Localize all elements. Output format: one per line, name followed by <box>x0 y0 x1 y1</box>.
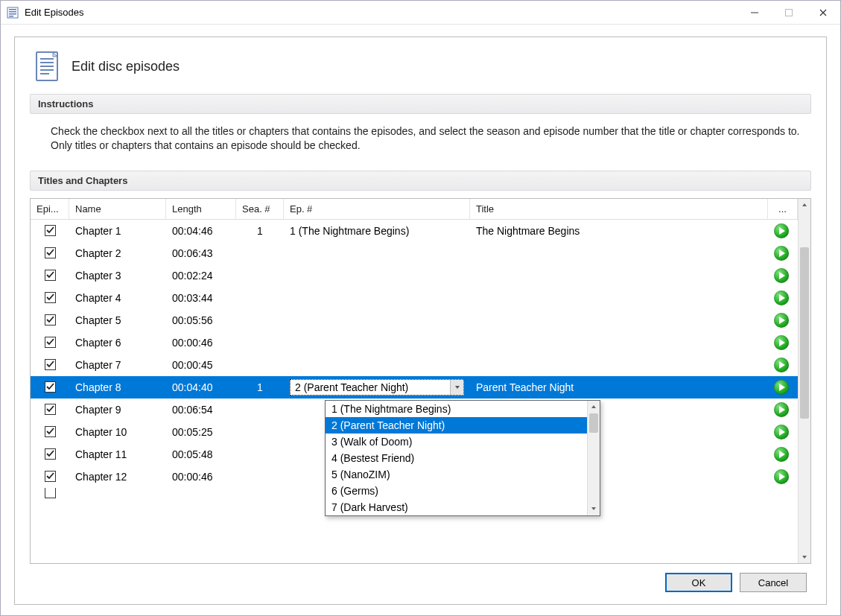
scroll-down-icon[interactable] <box>588 503 600 515</box>
season-number[interactable] <box>236 331 284 354</box>
episode-number-cell[interactable] <box>284 287 470 309</box>
dropdown-option[interactable]: 4 (Bestest Friend) <box>326 450 587 466</box>
chapter-length: 00:05:25 <box>166 421 236 443</box>
dropdown-option[interactable]: 5 (NanoZIM) <box>326 466 587 483</box>
chapter-length: 00:05:48 <box>166 443 236 466</box>
play-icon[interactable] <box>774 246 789 261</box>
table-row[interactable]: Chapter 500:05:56 <box>31 309 798 331</box>
dropdown-scrollbar[interactable] <box>587 401 600 515</box>
chevron-down-icon[interactable] <box>450 380 463 395</box>
episode-checkbox[interactable] <box>45 359 56 370</box>
dialog-footer: OK Cancel <box>30 564 811 594</box>
scroll-thumb[interactable] <box>589 413 598 433</box>
season-number[interactable]: 1 <box>236 376 284 399</box>
dropdown-option[interactable]: 3 (Walk of Doom) <box>326 434 587 450</box>
table-row[interactable]: Chapter 600:00:46 <box>31 331 798 354</box>
minimize-button[interactable] <box>737 1 772 24</box>
play-icon[interactable] <box>774 402 789 417</box>
table-row[interactable]: Chapter 200:06:43 <box>31 242 798 264</box>
play-icon[interactable] <box>774 425 789 439</box>
svg-rect-10 <box>40 66 54 67</box>
scroll-up-icon[interactable] <box>588 401 600 413</box>
table-row[interactable]: Chapter 400:03:44 <box>31 287 798 309</box>
svg-rect-1 <box>9 9 16 10</box>
episode-title <box>470 287 768 309</box>
chapter-length: 00:04:40 <box>166 376 236 399</box>
episode-checkbox[interactable] <box>45 270 56 281</box>
vertical-scrollbar[interactable] <box>798 199 810 563</box>
episode-checkbox[interactable] <box>45 426 56 437</box>
episode-number-cell[interactable] <box>284 242 470 264</box>
season-number[interactable] <box>236 242 284 264</box>
episode-combobox[interactable]: 2 (Parent Teacher Night) <box>290 379 464 396</box>
season-number[interactable]: 1 <box>236 220 284 242</box>
ok-button[interactable]: OK <box>665 573 732 592</box>
episode-dropdown[interactable]: 1 (The Nightmare Begins)2 (Parent Teache… <box>325 400 600 516</box>
season-number[interactable] <box>236 354 284 376</box>
season-number[interactable] <box>236 443 284 466</box>
episode-checkbox[interactable] <box>45 381 56 393</box>
season-number[interactable] <box>236 264 284 287</box>
episode-checkbox[interactable] <box>45 471 56 482</box>
chapter-length: 00:05:56 <box>166 309 236 331</box>
col-play[interactable]: ... <box>768 199 798 219</box>
maximize-button <box>772 1 806 24</box>
season-number[interactable] <box>236 399 284 421</box>
season-number[interactable] <box>236 421 284 443</box>
scroll-thumb[interactable] <box>800 247 809 419</box>
dropdown-option[interactable]: 7 (Dark Harvest) <box>326 499 587 515</box>
season-number[interactable] <box>236 287 284 309</box>
season-number[interactable] <box>236 309 284 331</box>
chapter-name: Chapter 4 <box>69 287 166 309</box>
close-button[interactable] <box>806 1 840 24</box>
cancel-button[interactable]: Cancel <box>740 573 807 592</box>
episode-checkbox[interactable] <box>45 247 56 258</box>
episode-checkbox[interactable] <box>45 448 56 460</box>
dropdown-option[interactable]: 1 (The Nightmare Begins) <box>326 401 587 417</box>
col-season[interactable]: Sea. # <box>236 199 284 219</box>
play-icon[interactable] <box>774 447 789 462</box>
scroll-down-icon[interactable] <box>799 550 810 563</box>
episode-checkbox[interactable] <box>45 292 56 303</box>
chapter-name: Chapter 5 <box>69 309 166 331</box>
dropdown-option[interactable]: 6 (Germs) <box>326 483 587 499</box>
play-icon[interactable] <box>774 380 789 395</box>
play-icon[interactable] <box>774 469 789 484</box>
episode-title <box>470 309 768 331</box>
chapter-name: Chapter 10 <box>69 421 166 443</box>
episode-number-cell[interactable] <box>284 264 470 287</box>
play-icon[interactable] <box>774 358 789 372</box>
episode-number-cell[interactable]: 1 (The Nightmare Begins) <box>284 220 470 242</box>
episode-number-cell[interactable]: 2 (Parent Teacher Night) <box>284 376 470 399</box>
col-length[interactable]: Length <box>166 199 236 219</box>
table-row[interactable]: Chapter 800:04:4012 (Parent Teacher Nigh… <box>31 376 798 399</box>
col-name[interactable]: Name <box>69 199 166 219</box>
table-row[interactable]: Chapter 700:00:45 <box>31 354 798 376</box>
play-icon[interactable] <box>774 290 789 305</box>
col-episode[interactable]: Ep. # <box>284 199 470 219</box>
episodes-table: Epi... Name Length Sea. # Ep. # Title ..… <box>30 198 811 564</box>
window-title: Edit Episodes <box>25 7 84 18</box>
episode-number-cell[interactable] <box>284 331 470 354</box>
play-icon[interactable] <box>774 268 789 283</box>
table-row[interactable]: Chapter 300:02:24 <box>31 264 798 287</box>
play-icon[interactable] <box>774 335 789 350</box>
table-row[interactable]: Chapter 100:04:4611 (The Nightmare Begin… <box>31 220 798 242</box>
chapter-name: Chapter 7 <box>69 354 166 376</box>
episode-number-cell[interactable] <box>284 309 470 331</box>
episode-checkbox[interactable] <box>45 225 56 236</box>
episode-checkbox[interactable] <box>45 337 56 348</box>
play-icon[interactable] <box>774 223 789 238</box>
col-title[interactable]: Title <box>470 199 768 219</box>
play-icon[interactable] <box>774 313 789 328</box>
episode-title <box>470 354 768 376</box>
scroll-up-icon[interactable] <box>799 199 810 212</box>
episode-number-cell[interactable] <box>284 354 470 376</box>
episode-checkbox[interactable] <box>45 314 56 326</box>
dropdown-option[interactable]: 2 (Parent Teacher Night) <box>326 417 587 434</box>
chapter-name: Chapter 9 <box>69 399 166 421</box>
episode-checkbox[interactable] <box>45 404 56 415</box>
season-number[interactable] <box>236 466 284 488</box>
chapter-name: Chapter 11 <box>69 443 166 466</box>
col-episode-checkbox[interactable]: Epi... <box>31 199 69 219</box>
